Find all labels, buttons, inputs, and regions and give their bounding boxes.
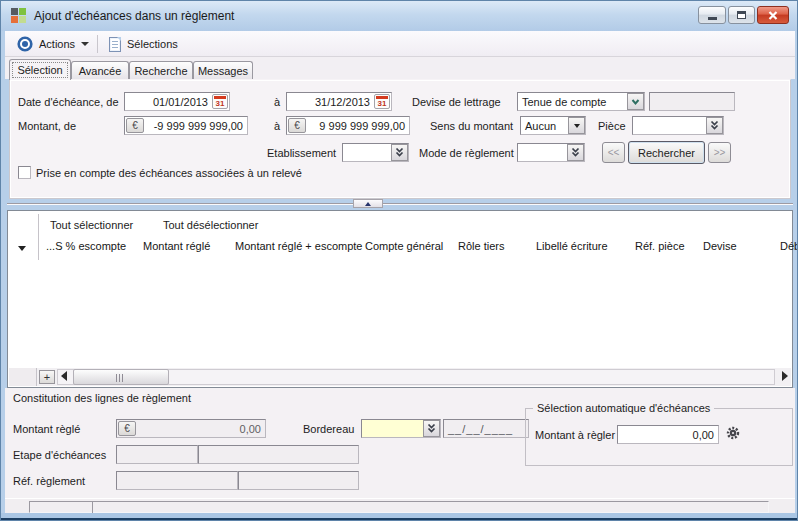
lookup-chevron-icon[interactable] [627,93,644,110]
titlebar: Ajout d'échéances dans un règlement [1,1,797,31]
tab-avancee[interactable]: Avancée [71,61,129,79]
grid-column-header[interactable]: Débi [780,240,798,252]
document-icon [109,37,121,52]
status-cell [29,501,769,513]
montant-a-regler-label: Montant à règler [535,429,615,441]
search-button[interactable]: Rechercher [628,141,705,164]
splitter-groove[interactable] [7,203,793,205]
bordereau-combo[interactable] [361,419,441,438]
montant-a-regler-field[interactable]: 0,00 [617,425,719,444]
devise-lettrage-label: Devise de lettrage [412,96,501,108]
splitter-collapse-button[interactable] [353,199,383,208]
maximize-icon [737,11,746,19]
deselect-all-button[interactable]: Tout désélectionner [163,219,258,231]
minimize-button[interactable] [698,6,726,24]
montant-from-field[interactable]: € -9 999 999 999,00 [124,116,248,135]
minimize-icon [708,17,717,20]
double-chevron-icon[interactable] [423,420,440,437]
close-icon [768,11,778,20]
dialog-window: Ajout d'échéances dans un règlement Acti… [0,0,798,521]
double-chevron-icon[interactable] [706,117,723,134]
grid-scroll-row: + [9,368,791,386]
etape-field-2 [198,445,359,464]
euro-icon[interactable]: € [118,421,136,436]
date-to-label: à [274,96,280,108]
grid-column-header[interactable]: Compte général [365,240,443,252]
grid-column-header[interactable]: Rôle tiers [458,240,504,252]
grid-column-header[interactable]: Réf. pièce [635,240,685,252]
toolbar-separator [97,35,98,53]
tabstrip: Sélection Avancée Recherche Messages [5,57,795,79]
grid-column-header[interactable]: Montant réglé + escompte [235,240,363,252]
double-chevron-icon[interactable] [391,144,408,161]
releve-checkbox[interactable] [18,166,31,179]
grid-column-header[interactable]: Devise [703,240,737,252]
actions-target-icon [17,36,33,52]
app-icon [11,8,27,24]
devise-lettrage-combo[interactable]: Tenue de compte [517,92,645,111]
date-to-field[interactable]: 31/12/2013 [286,92,392,111]
double-chevron-icon[interactable] [567,144,584,161]
mode-reglement-combo[interactable] [517,143,585,162]
montant-to-field[interactable]: € 9 999 999 999,00 [286,116,410,135]
gear-icon[interactable] [726,426,740,440]
montant-regle-field: € 0,00 [116,419,266,438]
selections-button[interactable]: Sélections [103,34,184,54]
actions-button[interactable]: Actions [11,34,95,54]
devise-detail-field [649,92,735,111]
scroll-left-icon[interactable] [61,371,67,381]
montant-range-label: Montant, de [18,120,76,132]
select-all-button[interactable]: Tout sélectionner [50,219,133,231]
euro-icon[interactable]: € [288,118,306,133]
grid-corner-menu-icon[interactable] [18,246,26,251]
sens-montant-combo[interactable]: Aucun [520,116,586,135]
etablissement-combo[interactable] [342,143,409,162]
bordereau-label: Bordereau [303,423,354,435]
toolbar: Actions Sélections [5,31,795,57]
selections-label: Sélections [127,38,178,50]
status-divider [92,501,93,513]
grid-column-header[interactable]: Montant réglé [143,240,210,252]
maximize-button[interactable] [728,6,755,24]
grid-header-row: ...S % escompteMontant régléMontant régl… [8,234,792,254]
scroll-right-icon[interactable] [782,371,788,381]
montant-to-label: à [274,120,280,132]
close-button[interactable] [757,6,789,24]
add-row-button[interactable]: + [39,370,55,384]
tab-selection[interactable]: Sélection [9,59,71,80]
filter-panel: Date d'échéance, de 01/01/2013 à 31/12/2… [9,79,791,199]
calendar-icon[interactable] [212,94,228,109]
piece-label: Pièce [598,120,626,132]
tab-messages[interactable]: Messages [193,61,253,79]
grid-column-header[interactable]: Libellé écriture [536,240,608,252]
grid-column-header[interactable]: ...S % escompte [46,240,126,252]
chevron-up-icon [365,202,371,206]
status-bar [5,498,795,513]
montant-regle-label: Montant règlé [13,423,80,435]
sens-montant-label: Sens du montant [430,120,513,132]
bordereau-date-field[interactable]: __/__/____ [443,419,529,438]
constitution-title: Constitution des lignes de règlement [13,392,191,404]
tab-recherche[interactable]: Recherche [129,61,193,79]
etape-echeances-label: Etape d'échéances [13,449,106,461]
dropdown-arrow-icon[interactable] [568,117,585,134]
echeances-grid: Tout sélectionner Tout désélectionner ..… [7,210,793,388]
chevron-down-icon [81,42,89,46]
date-from-field[interactable]: 01/01/2013 [124,92,230,111]
calendar-icon[interactable] [374,94,390,109]
constitution-panel: Constitution des lignes de règlement Mon… [5,388,795,498]
next-page-button[interactable]: >> [708,142,731,163]
actions-label: Actions [39,38,75,50]
etablissement-label: Etablissement [267,147,336,159]
euro-icon[interactable]: € [126,118,144,133]
ref-field-1 [116,471,238,490]
releve-checkbox-label: Prise en compte des échéances associées … [36,167,302,179]
ref-reglement-label: Réf. règlement [13,475,85,487]
piece-combo[interactable] [632,116,724,135]
date-range-label: Date d'échéance, de [18,96,119,108]
ref-field-2 [238,471,359,490]
previous-page-button[interactable]: << [602,142,625,163]
auto-selection-title: Sélection automatique d'échéances [533,402,714,414]
horizontal-scrollbar-thumb[interactable] [73,369,169,385]
mode-reglement-label: Mode de règlement [419,147,514,159]
